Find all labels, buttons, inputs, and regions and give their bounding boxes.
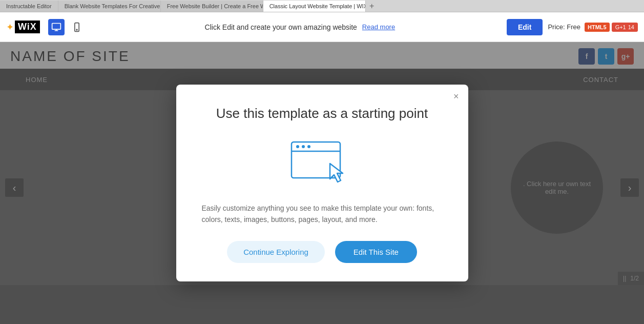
edit-this-site-button[interactable]: Edit This Site	[335, 241, 417, 263]
svg-point-7	[296, 145, 299, 148]
modal-title: Use this template as a starting point	[202, 105, 443, 123]
modal-dialog: × Use this template as a starting point	[176, 85, 468, 281]
gplus-count: 14	[628, 24, 634, 30]
topbar: ✦ WiX Click Edit and create your own ama…	[0, 12, 644, 42]
edit-button[interactable]: Edit	[507, 19, 543, 35]
browser-tabs: Instructable Editor Blank Website Templa…	[0, 0, 644, 12]
tab-4-active[interactable]: Classic Layout Website Template | WIX	[263, 1, 366, 12]
topbar-center: Click Edit and create your own amazing w…	[93, 23, 507, 31]
tab-3[interactable]: Free Website Builder | Create a Free Web…	[161, 1, 263, 12]
continue-exploring-button[interactable]: Continue Exploring	[227, 241, 325, 263]
gplus-badge[interactable]: G+1 14	[612, 23, 638, 32]
topbar-message: Click Edit and create your own amazing w…	[205, 23, 357, 31]
gplus-label: G+1	[615, 24, 626, 30]
modal-close-button[interactable]: ×	[453, 92, 459, 101]
mobile-icon[interactable]	[69, 19, 85, 35]
desktop-icon[interactable]	[48, 19, 65, 35]
new-tab-button[interactable]: +	[366, 1, 378, 12]
svg-point-8	[302, 145, 305, 148]
price-label: Price: Free	[548, 23, 580, 31]
modal-description: Easily customize anything you see to mak…	[202, 202, 443, 226]
svg-point-4	[76, 29, 77, 30]
device-switcher	[48, 19, 85, 35]
html5-badge: HTML5	[585, 23, 610, 32]
tab-1[interactable]: Instructable Editor	[0, 1, 58, 12]
modal-illustration	[202, 137, 443, 190]
read-more-link[interactable]: Read more	[362, 23, 395, 31]
svg-rect-0	[52, 23, 61, 29]
tab-2[interactable]: Blank Website Templates For Creative Min…	[58, 1, 161, 12]
modal-backdrop: × Use this template as a starting point	[0, 42, 644, 324]
svg-point-9	[307, 145, 310, 148]
wix-text: WiX	[15, 21, 40, 33]
modal-actions: Continue Exploring Edit This Site	[202, 241, 443, 263]
wix-logo: ✦ WiX	[6, 21, 40, 33]
wix-star-icon: ✦	[6, 22, 14, 33]
site-background: NAME OF SITE f t g+ HOME CONTACT ‹ . Cli…	[0, 42, 644, 324]
